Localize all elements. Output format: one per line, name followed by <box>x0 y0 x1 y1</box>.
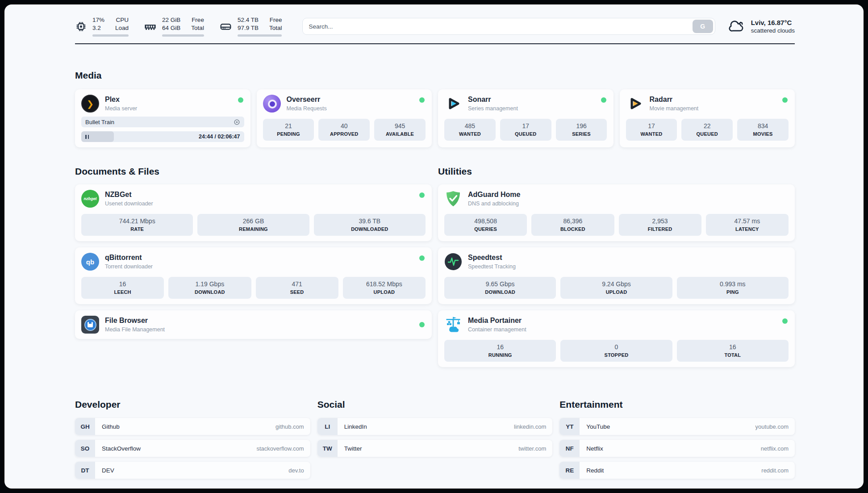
weather-location: Lviv, 16.87°C <box>751 19 795 26</box>
stat-blocked: 86,396 BLOCKED <box>531 214 614 236</box>
stat-upload: 618.52 Mbps UPLOAD <box>343 277 426 299</box>
pause-icon[interactable] <box>85 135 89 139</box>
stat-running: 16 RUNNING <box>444 340 556 362</box>
app-name: Radarr <box>650 96 699 104</box>
app-name: Plex <box>105 96 137 104</box>
cpu-widget: 17% CPU 3.2 Load <box>75 16 129 37</box>
link-url: dev.to <box>288 467 304 474</box>
ram-progress-bar <box>162 34 204 37</box>
app-desc: Torrent downloader <box>105 263 153 270</box>
app-name: AdGuard Home <box>468 191 520 199</box>
disk-total-value: 97.9 TB <box>238 24 259 32</box>
app-name: Overseerr <box>287 96 327 104</box>
link-dev[interactable]: DT DEV dev.to <box>75 462 310 479</box>
link-abbr: LI <box>317 418 338 435</box>
link-url: stackoverflow.com <box>256 445 304 452</box>
ram-total-value: 64 GiB <box>162 24 180 32</box>
status-badge <box>419 192 425 198</box>
ram-free-value: 22 GiB <box>162 16 180 24</box>
link-name: Twitter <box>344 445 362 452</box>
cpu-usage-label: CPU <box>115 16 129 24</box>
cpu-load-value: 3.2 <box>92 24 104 32</box>
link-abbr: YT <box>559 418 580 435</box>
link-url: twitter.com <box>518 445 546 452</box>
speedtest-icon <box>444 253 462 271</box>
cloud-icon <box>728 20 746 33</box>
disk-free-label: Free <box>269 16 282 24</box>
stat-wanted: 17 WANTED <box>626 119 677 141</box>
link-stackoverflow[interactable]: SO StackOverflow stackoverflow.com <box>75 440 310 457</box>
link-linkedin[interactable]: LI LinkedIn linkedin.com <box>317 418 553 435</box>
ram-widget: 22 GiB Free 64 GiB Total <box>144 16 204 37</box>
app-desc: Series management <box>468 105 518 112</box>
disk-widget: 52.4 TB Free 97.9 TB Total <box>219 16 282 37</box>
link-abbr: TW <box>317 440 338 457</box>
stat-ping: 0.993 ms PING <box>677 277 789 299</box>
link-abbr: RE <box>559 462 580 479</box>
link-reddit[interactable]: RE Reddit reddit.com <box>559 462 795 479</box>
dashboard-window: 17% CPU 3.2 Load 22 GiB Free 64 GiB <box>4 4 864 489</box>
disk-free-value: 52.4 TB <box>238 16 259 24</box>
stat-total: 16 TOTAL <box>677 340 789 362</box>
link-name: DEV <box>102 467 114 474</box>
disk-icon <box>219 20 232 33</box>
card-radarr[interactable]: Radarr Movie management 17 WANTED 22 QUE… <box>620 89 795 147</box>
section-title-utilities: Utilities <box>438 166 795 177</box>
card-overseerr[interactable]: Overseerr Media Requests 21 PENDING 40 A… <box>257 89 432 147</box>
cast-icon[interactable] <box>234 119 240 125</box>
stat-remaining: 266 GB REMAINING <box>197 214 309 236</box>
disk-total-label: Total <box>269 24 282 32</box>
card-plex[interactable]: ❯ Plex Media server Bullet Train 24:44 /… <box>75 89 250 147</box>
app-desc: Movie management <box>650 105 699 112</box>
stat-download: 9.65 Gbps DOWNLOAD <box>444 277 556 299</box>
entertainment-links: Entertainment YT YouTube youtube.com NF … <box>559 399 795 484</box>
link-url: netflix.com <box>761 445 789 452</box>
nzbget-icon: nzbget <box>81 190 99 208</box>
link-url: reddit.com <box>761 467 789 474</box>
utilities-column: Utilities AdGuard Home DNS and adblockin… <box>438 166 795 373</box>
link-url: youtube.com <box>755 423 789 430</box>
stat-stopped: 0 STOPPED <box>560 340 672 362</box>
social-links: Social LI LinkedIn linkedin.com TW Twitt… <box>317 399 553 462</box>
section-title-media: Media <box>75 70 795 81</box>
link-github[interactable]: GH Github github.com <box>75 418 310 435</box>
status-badge <box>782 318 788 324</box>
link-youtube[interactable]: YT YouTube youtube.com <box>559 418 795 435</box>
app-desc: Speedtest Tracking <box>468 263 516 270</box>
playback-time: 24:44 / 02:06:47 <box>199 134 240 140</box>
section-title-documents: Documents & Files <box>75 166 432 177</box>
card-nzbget[interactable]: nzbget NZBGet Usenet downloader 744.21 M… <box>75 184 432 241</box>
card-filebrowser[interactable]: File Browser Media File Management <box>75 310 432 339</box>
link-netflix[interactable]: NF Netflix netflix.com <box>559 440 795 457</box>
weather-widget: Lviv, 16.87°C scattered clouds <box>728 19 795 34</box>
link-name: YouTube <box>586 423 610 430</box>
search-input[interactable] <box>309 23 692 30</box>
card-sonarr[interactable]: Sonarr Series management 485 WANTED 17 Q… <box>438 89 613 147</box>
stat-rate: 744.21 Mbps RATE <box>81 214 193 236</box>
documents-column: Documents & Files nzbget NZBGet Usenet d… <box>75 166 432 345</box>
now-playing-title: Bullet Train <box>85 119 114 125</box>
stat-queued: 17 QUEUED <box>500 119 551 141</box>
card-speedtest[interactable]: Speedtest Speedtest Tracking 9.65 Gbps D… <box>438 247 795 304</box>
card-qbittorrent[interactable]: qb qBittorrent Torrent downloader 16 LEE… <box>75 247 432 304</box>
ram-icon <box>144 20 157 33</box>
card-adguard[interactable]: AdGuard Home DNS and adblocking 498,508 … <box>438 184 795 241</box>
link-name: Github <box>102 423 120 430</box>
link-abbr: GH <box>75 418 95 435</box>
ram-free-label: Free <box>191 16 204 24</box>
app-name: qBittorrent <box>105 254 153 262</box>
developer-links: Developer GH Github github.com SO StackO… <box>75 399 310 484</box>
weather-condition: scattered clouds <box>751 27 795 34</box>
section-title-social: Social <box>317 399 553 410</box>
search-engine-button[interactable]: G <box>693 20 713 33</box>
filebrowser-icon <box>81 316 99 334</box>
link-twitter[interactable]: TW Twitter twitter.com <box>317 440 553 457</box>
app-desc: Media server <box>105 105 137 112</box>
cpu-progress-bar <box>92 34 129 37</box>
card-portainer[interactable]: Media Portainer Container management 16 … <box>438 310 795 367</box>
link-url: github.com <box>275 423 304 430</box>
app-name: File Browser <box>105 317 165 325</box>
playback-progress[interactable]: 24:44 / 02:06:47 <box>81 131 244 142</box>
media-card-grid: ❯ Plex Media server Bullet Train 24:44 /… <box>75 89 795 147</box>
status-badge <box>238 97 243 103</box>
